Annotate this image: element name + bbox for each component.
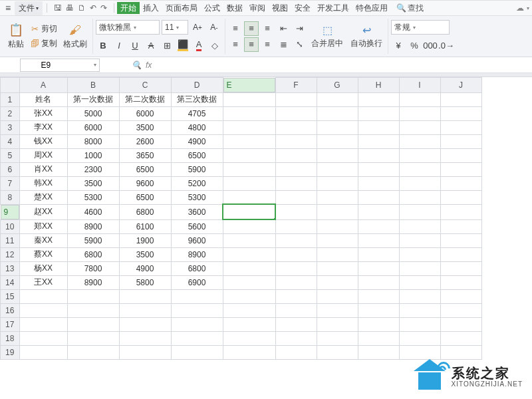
find-button[interactable]: 🔍 查找 (396, 3, 424, 14)
cell-J4[interactable] (440, 134, 481, 148)
cell-C12[interactable]: 3500 (119, 247, 171, 261)
cell-E17[interactable] (223, 317, 275, 331)
cell-C3[interactable]: 3500 (119, 120, 171, 134)
cell-B15[interactable] (67, 289, 119, 303)
save-icon[interactable]: 🖫 (54, 3, 62, 13)
cell-D13[interactable]: 6800 (171, 261, 223, 275)
cell-I5[interactable] (399, 148, 440, 162)
cell-B13[interactable]: 7800 (67, 261, 119, 275)
cell-H14[interactable] (358, 275, 399, 289)
row-header-8[interactable]: 8 (1, 190, 20, 204)
cell-H9[interactable] (358, 204, 399, 219)
copy-button[interactable]: 🗐复制 (29, 37, 59, 50)
cell-J7[interactable] (440, 176, 481, 190)
cell-F16[interactable] (275, 303, 317, 317)
cell-I14[interactable] (399, 275, 440, 289)
row-header-9[interactable]: 9 (1, 205, 19, 219)
align-right-icon[interactable]: ≡ (260, 37, 275, 52)
paste-button[interactable]: 📋 粘贴 (5, 23, 27, 50)
cell-F9[interactable] (275, 204, 317, 219)
cell-E11[interactable] (223, 233, 275, 247)
align-middle-icon[interactable]: ≡ (244, 21, 259, 36)
cell-E10[interactable] (223, 219, 275, 233)
cell-F6[interactable] (275, 162, 317, 176)
decrease-font-icon[interactable]: A- (207, 20, 221, 35)
font-size-select[interactable]: 11▾ (162, 20, 188, 35)
align-bottom-icon[interactable]: ≡ (260, 21, 275, 36)
cell-C10[interactable]: 6100 (119, 219, 171, 233)
cell-I4[interactable] (399, 134, 440, 148)
row-header-1[interactable]: 1 (1, 92, 20, 106)
indent-right-icon[interactable]: ⇥ (292, 21, 307, 36)
ribbon-tab-4[interactable]: 数据 (223, 2, 246, 14)
cut-button[interactable]: ✂剪切 (29, 23, 59, 35)
cell-J10[interactable] (440, 219, 481, 233)
row-header-2[interactable]: 2 (1, 106, 20, 120)
cell-J2[interactable] (440, 106, 481, 120)
cell-J6[interactable] (440, 162, 481, 176)
indent-left-icon[interactable]: ⇤ (276, 21, 291, 36)
cell-C17[interactable] (119, 317, 171, 331)
cell-E18[interactable] (223, 331, 275, 345)
cell-I17[interactable] (399, 317, 440, 331)
ribbon-tab-3[interactable]: 公式 (201, 2, 223, 14)
cell-C14[interactable]: 5800 (119, 275, 171, 289)
cell-D9[interactable]: 3600 (171, 204, 223, 219)
col-header-G[interactable]: G (317, 78, 358, 93)
cell-I1[interactable] (399, 92, 440, 106)
cell-G13[interactable] (317, 261, 358, 275)
cell-B3[interactable]: 6000 (67, 120, 119, 134)
cell-I12[interactable] (399, 247, 440, 261)
cell-style-button[interactable]: ◇ (207, 38, 222, 53)
cell-I18[interactable] (399, 331, 440, 345)
cell-F11[interactable] (275, 233, 317, 247)
ribbon-tab-9[interactable]: 特色应用 (352, 2, 391, 14)
cell-C9[interactable]: 6800 (119, 204, 171, 219)
font-color-button[interactable]: A (192, 38, 206, 53)
col-header-B[interactable]: B (67, 78, 119, 93)
cell-G10[interactable] (317, 219, 358, 233)
cell-G19[interactable] (317, 345, 358, 359)
select-all-corner[interactable] (1, 78, 20, 93)
font-name-select[interactable]: 微软雅黑▾ (96, 20, 160, 35)
cell-D15[interactable] (171, 289, 223, 303)
cell-G14[interactable] (317, 275, 358, 289)
cell-D6[interactable]: 5900 (171, 162, 223, 176)
cell-D16[interactable] (171, 303, 223, 317)
cell-H10[interactable] (358, 219, 399, 233)
align-left-icon[interactable]: ≡ (228, 37, 243, 52)
cell-B11[interactable]: 5900 (67, 233, 119, 247)
orientation-icon[interactable]: ⤡ (292, 37, 307, 52)
col-header-F[interactable]: F (275, 78, 317, 93)
cell-J15[interactable] (440, 289, 481, 303)
cell-H8[interactable] (358, 190, 399, 204)
inc-decimals-icon[interactable]: .0→ (439, 38, 454, 53)
cell-C4[interactable]: 2600 (119, 134, 171, 148)
row-header-3[interactable]: 3 (1, 120, 20, 134)
cell-E5[interactable] (223, 148, 275, 162)
wrap-text-button[interactable]: ↩ 自动换行 (348, 24, 385, 49)
name-box[interactable]: E9 ▾ (20, 59, 100, 72)
cell-E16[interactable] (223, 303, 275, 317)
cell-H18[interactable] (358, 331, 399, 345)
cell-A18[interactable] (19, 331, 67, 345)
cell-C7[interactable]: 9600 (119, 176, 171, 190)
cell-F7[interactable] (275, 176, 317, 190)
cell-A1[interactable]: 姓名 (19, 92, 67, 106)
cell-G9[interactable] (317, 204, 358, 219)
cell-G7[interactable] (317, 176, 358, 190)
cell-E3[interactable] (223, 120, 275, 134)
cell-H1[interactable] (358, 92, 399, 106)
cell-A2[interactable]: 张XX (19, 106, 67, 120)
cell-F19[interactable] (275, 345, 317, 359)
ribbon-tab-1[interactable]: 插入 (140, 2, 162, 14)
cloud-icon[interactable]: ☁ (516, 3, 524, 13)
cell-H19[interactable] (358, 345, 399, 359)
cell-F13[interactable] (275, 261, 317, 275)
cell-G11[interactable] (317, 233, 358, 247)
row-header-17[interactable]: 17 (1, 317, 20, 331)
cell-G18[interactable] (317, 331, 358, 345)
cell-F5[interactable] (275, 148, 317, 162)
number-format-select[interactable]: 常规▾ (391, 20, 450, 35)
cell-E15[interactable] (223, 289, 275, 303)
